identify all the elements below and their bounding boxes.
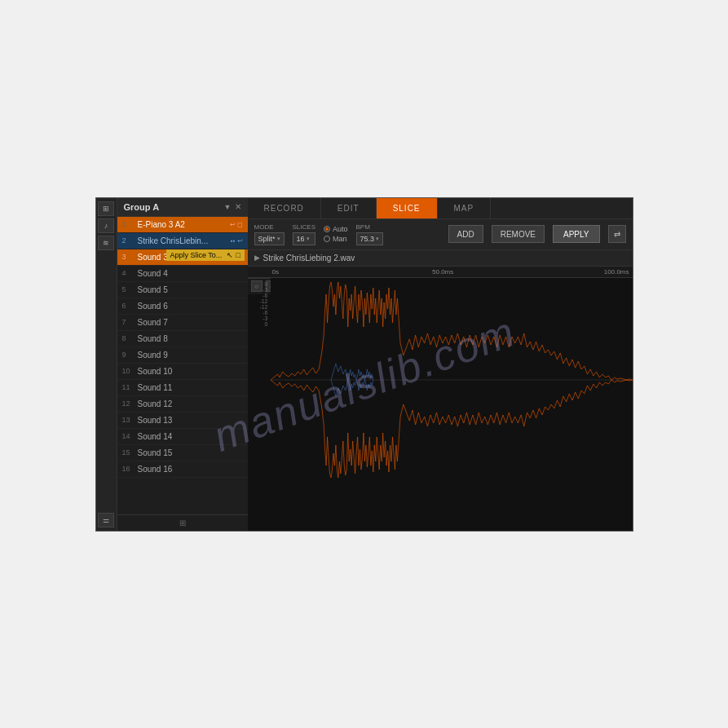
list-item[interactable]: 14 Sound 14: [117, 429, 248, 445]
radio-man[interactable]: Man: [324, 235, 348, 243]
db-label-6bot: -6: [248, 310, 271, 315]
radio-dot-auto: [324, 226, 330, 232]
piano-icon[interactable]: ♪: [98, 218, 114, 233]
tab-map[interactable]: MAP: [438, 198, 492, 218]
radio-dot-man: [324, 236, 330, 242]
list-item[interactable]: 3 Sound 3 Apply Slice To... ↖ □: [117, 249, 248, 266]
waveform-svg: [271, 278, 633, 482]
sidebar-close-icon[interactable]: ✕: [235, 202, 241, 211]
db-label-0bot: 0: [248, 321, 271, 327]
tab-record[interactable]: RECORD: [248, 198, 321, 218]
mode-group: Mode Split* ▾: [254, 223, 285, 245]
list-item[interactable]: 15 Sound 15: [117, 445, 248, 461]
sound-number: 2: [122, 236, 134, 245]
sound-name: Sound 8: [138, 334, 168, 343]
slices-group: Slices 16 ▾: [293, 223, 315, 245]
tab-edit[interactable]: EDIT: [321, 198, 377, 218]
sound-number: 6: [122, 302, 134, 310]
sound-name: Sound 10: [138, 367, 173, 376]
sound-name: Sound 16: [138, 465, 173, 474]
sound-number: 1: [122, 220, 134, 228]
waveform-header: ▶ Strike ChrisLiebing 2.wav: [248, 250, 633, 267]
sound-name: Sound 12: [138, 399, 173, 408]
bpm-label: BPM: [356, 223, 384, 231]
sound-number: 15: [122, 448, 134, 457]
sound-number: 10: [122, 367, 134, 375]
db-label-12top: -12: [248, 298, 271, 304]
man-label: Man: [333, 235, 347, 243]
list-item[interactable]: 9 Sound 9: [117, 347, 248, 364]
radio-auto[interactable]: Auto: [324, 225, 348, 233]
chevron-down-icon3: ▾: [376, 236, 379, 242]
db-labels: 0 -3 -6 -12 -12 -6 -3 0: [248, 278, 271, 285]
add-button[interactable]: ADD: [448, 225, 483, 243]
grid-icon[interactable]: ⊞: [98, 201, 114, 216]
sound-number: 13: [122, 416, 134, 424]
list-item[interactable]: 1 E-Piano 3 A2 ↩ ◻: [117, 217, 248, 233]
tab-bar: RECORD EDIT SLICE MAP: [248, 198, 633, 219]
mode-value: Split*: [258, 235, 276, 243]
sound-number: 8: [122, 334, 134, 342]
bpm-value: 75.3: [360, 235, 375, 243]
tab-slice[interactable]: SLICE: [377, 198, 438, 218]
list-item[interactable]: 8 Sound 8: [117, 331, 248, 347]
eq-icon[interactable]: ⚌: [98, 513, 114, 527]
mode-label: Mode: [254, 223, 285, 231]
sound-number: 5: [122, 285, 134, 293]
sound-name: Sound 5: [138, 285, 168, 294]
list-item[interactable]: 13 Sound 13: [117, 413, 248, 429]
sound-name: Sound 7: [138, 318, 168, 327]
icon-panel: ⊞ ♪ ≋ ⚌: [96, 198, 117, 531]
sound-number: 11: [122, 383, 134, 391]
nav-icon: ↩: [230, 221, 236, 228]
timeline-start: 0s: [272, 268, 279, 276]
list-item[interactable]: 7 Sound 7: [117, 315, 248, 331]
sound-name: Strike ChrisLiebin...: [138, 236, 229, 245]
cursor-icon: ◻: [237, 221, 243, 228]
arrows-icon[interactable]: ⇄: [608, 225, 626, 243]
db-label-3bot: -3: [248, 315, 271, 321]
apply-button[interactable]: APPLY: [553, 225, 600, 243]
list-item[interactable]: 11 Sound 11: [117, 380, 248, 396]
sound-number: 3: [122, 253, 134, 261]
db-label-3top: -3: [248, 287, 271, 293]
sidebar-group-label: Group A: [124, 202, 160, 212]
bpm-select[interactable]: 75.3 ▾: [356, 232, 384, 245]
sidebar-header: Group A ▼ ✕: [117, 198, 248, 217]
chevron-down-icon: ▾: [277, 236, 280, 242]
cursor-box-icon: □: [236, 251, 240, 259]
sound-number: 4: [122, 269, 134, 277]
list-item[interactable]: 16 Sound 16: [117, 461, 248, 478]
waveform-container: ▶ Strike ChrisLiebing 2.wav 0s 50.0ms 10…: [248, 250, 633, 531]
list-item[interactable]: 2 Strike ChrisLiebin... ▪▪ ↩: [117, 233, 248, 249]
list-item[interactable]: 5 Sound 5: [117, 282, 248, 298]
timeline-end: 100.0ms: [604, 268, 629, 276]
cursor-arrow-icon: ↖: [227, 251, 233, 259]
play-icon: ▶: [254, 254, 260, 262]
slices-value: 16: [297, 235, 305, 243]
controls-bar: Mode Split* ▾ Slices 16 ▾: [248, 219, 633, 250]
sound-name: Sound 4: [138, 269, 168, 278]
remove-button[interactable]: REMOVE: [492, 225, 545, 243]
mode-select[interactable]: Split* ▾: [254, 232, 285, 245]
db-label-12bot: -12: [248, 304, 271, 310]
sound-name: E-Piano 3 A2: [138, 220, 228, 229]
sound-name: Sound 9: [138, 351, 168, 360]
filename: Strike ChrisLiebing 2.wav: [263, 254, 355, 263]
sound-name: Sound 6: [138, 302, 168, 311]
sound-number: 7: [122, 318, 134, 326]
sound-name: Sound 15: [138, 448, 173, 457]
chevron-down-icon2: ▾: [307, 236, 310, 242]
tooltip-popup: Apply Slice To... ↖ □: [166, 249, 245, 261]
main-panel: RECORD EDIT SLICE MAP Mode Split*: [248, 198, 633, 531]
sound-name: Sound 11: [138, 383, 173, 392]
list-item[interactable]: 6 Sound 6: [117, 298, 248, 315]
wave-icon[interactable]: ≋: [98, 236, 114, 250]
page-container: manualslib.com ⊞ ♪ ≋ ⚌ Group A ▼ ✕: [0, 0, 728, 728]
list-item[interactable]: 10 Sound 10: [117, 364, 248, 380]
slices-select[interactable]: 16 ▾: [293, 232, 315, 245]
auto-label: Auto: [333, 225, 348, 233]
sidebar: Group A ▼ ✕ 1 E-Piano 3 A2 ↩ ◻ 2: [117, 198, 248, 531]
list-item[interactable]: 4 Sound 4: [117, 266, 248, 282]
list-item[interactable]: 12 Sound 12: [117, 396, 248, 413]
